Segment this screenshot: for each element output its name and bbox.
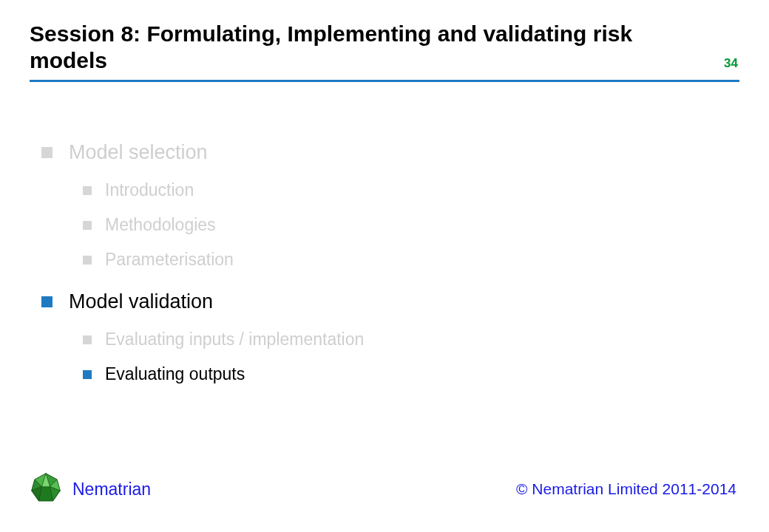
outline-item: Evaluating inputs / implementation xyxy=(83,330,739,349)
outline-item-label: Methodologies xyxy=(105,215,216,235)
slide-title: Session 8: Formulating, Implementing and… xyxy=(30,21,680,74)
square-bullet-icon xyxy=(83,256,92,265)
outline-item-label: Parameterisation xyxy=(105,250,234,270)
slide-container: Session 8: Formulating, Implementing and… xyxy=(0,0,769,532)
header-row: Session 8: Formulating, Implementing and… xyxy=(30,21,739,74)
square-bullet-icon xyxy=(83,186,92,195)
outline-section: Model validation xyxy=(41,290,739,313)
copyright-text: © Nematrian Limited 2011-2014 xyxy=(516,480,739,498)
outline-item: Introduction xyxy=(83,180,739,200)
logo-icon xyxy=(30,471,62,507)
outline-item-label: Evaluating outputs xyxy=(105,364,245,384)
square-bullet-icon xyxy=(83,335,92,344)
outline-section-label: Model selection xyxy=(69,141,208,164)
outline-subgroup: Evaluating inputs / implementation Evalu… xyxy=(41,330,739,384)
slide-footer: Nematrian © Nematrian Limited 2011-2014 xyxy=(30,471,739,517)
footer-left: Nematrian xyxy=(30,471,151,507)
square-bullet-icon xyxy=(83,370,92,379)
outline-item: Evaluating outputs xyxy=(83,364,739,384)
square-bullet-icon xyxy=(41,147,52,158)
outline-item: Methodologies xyxy=(83,215,739,235)
outline-item-label: Introduction xyxy=(105,180,194,200)
page-number: 34 xyxy=(724,56,739,74)
square-bullet-icon xyxy=(83,221,92,230)
outline-subgroup: Introduction Methodologies Parameterisat… xyxy=(41,180,739,270)
brand-name: Nematrian xyxy=(72,480,151,499)
outline-item: Parameterisation xyxy=(83,250,739,270)
outline-item-label: Evaluating inputs / implementation xyxy=(105,330,364,349)
square-bullet-icon xyxy=(41,296,52,307)
slide-content: Model selection Introduction Methodologi… xyxy=(30,82,739,471)
outline-section-label: Model validation xyxy=(69,290,213,313)
outline-section: Model selection xyxy=(41,141,739,164)
